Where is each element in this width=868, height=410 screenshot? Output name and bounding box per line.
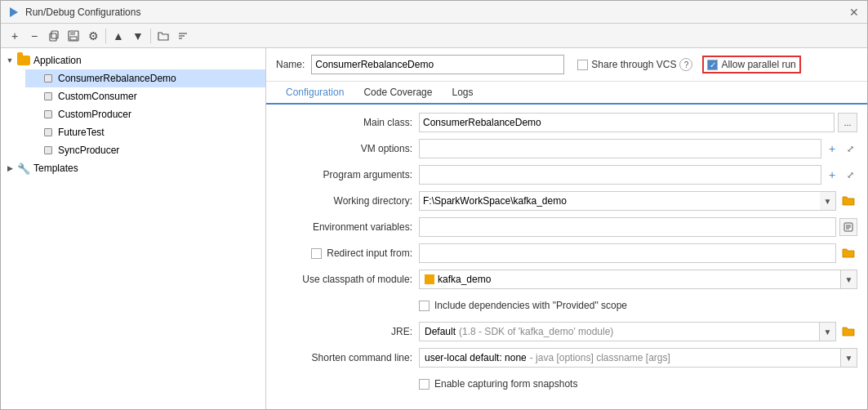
redirect-label-text: Redirect input from: bbox=[327, 247, 412, 259]
svg-rect-1 bbox=[50, 33, 56, 41]
classpath-label: Use classpath of module: bbox=[276, 274, 419, 285]
redirect-row: Redirect input from: bbox=[276, 242, 857, 265]
svg-marker-0 bbox=[10, 7, 18, 17]
classpath-control: kafka_demo ▼ bbox=[419, 270, 857, 289]
shorten-control: user-local default: none - java [options… bbox=[419, 348, 857, 368]
working-dir-label: Working directory: bbox=[276, 195, 419, 207]
shorten-value: user-local default: none bbox=[425, 352, 527, 363]
application-label: Application bbox=[33, 55, 82, 66]
env-vars-control bbox=[419, 217, 857, 237]
app-icon bbox=[7, 6, 20, 19]
future-test-label: FutureTest bbox=[58, 127, 105, 138]
env-vars-row: Environment variables: bbox=[276, 216, 857, 238]
classpath-row: Use classpath of module: kafka_demo ▼ bbox=[276, 268, 857, 291]
save-button[interactable] bbox=[65, 27, 82, 45]
env-vars-input[interactable] bbox=[419, 217, 836, 237]
working-dir-row: Working directory: ▼ bbox=[276, 189, 857, 212]
consumer-rebalance-label: ConsumerRebalanceDemo bbox=[58, 73, 176, 84]
classpath-dropdown-icon[interactable]: ▼ bbox=[841, 270, 857, 289]
move-up-button[interactable]: ▲ bbox=[109, 27, 127, 45]
tree-item-sync-producer[interactable]: SyncProducer bbox=[25, 141, 265, 159]
svg-rect-2 bbox=[51, 31, 58, 38]
env-vars-label: Environment variables: bbox=[276, 221, 419, 233]
module-icon bbox=[425, 274, 434, 284]
capture-row: Enable capturing form snapshots bbox=[276, 372, 857, 395]
program-args-expand-icon[interactable]: ⤢ bbox=[843, 167, 857, 182]
config-form: Main class: ... VM options: + ⤢ Program … bbox=[266, 105, 867, 410]
settings-button[interactable]: ⚙ bbox=[84, 27, 102, 45]
redirect-control bbox=[419, 243, 857, 263]
working-dir-dropdown-icon[interactable]: ▼ bbox=[820, 191, 836, 211]
sort-button[interactable] bbox=[174, 27, 192, 45]
working-dir-folder-button[interactable] bbox=[839, 192, 857, 210]
capture-control: Enable capturing form snapshots bbox=[419, 378, 857, 390]
redirect-folder-button[interactable] bbox=[839, 244, 857, 262]
program-args-input[interactable] bbox=[419, 165, 821, 185]
name-row: Name: Share through VCS ? Allow parallel… bbox=[266, 48, 867, 82]
jre-control: Default (1.8 - SDK of 'kafka_demo' modul… bbox=[419, 322, 857, 341]
capture-checkbox-row: Enable capturing form snapshots bbox=[419, 378, 577, 390]
custom-producer-label: CustomProducer bbox=[58, 109, 131, 120]
expand-arrow-application[interactable] bbox=[4, 55, 16, 66]
env-vars-edit-icon[interactable] bbox=[839, 218, 857, 236]
tab-code-coverage[interactable]: Code Coverage bbox=[354, 82, 442, 105]
redirect-input[interactable] bbox=[419, 243, 836, 263]
right-panel: Name: Share through VCS ? Allow parallel… bbox=[266, 48, 867, 410]
capture-checkbox[interactable] bbox=[419, 379, 430, 390]
jre-row: JRE: Default (1.8 - SDK of 'kafka_demo' … bbox=[276, 320, 857, 343]
vm-options-input[interactable] bbox=[419, 139, 821, 158]
include-deps-control: Include dependencies with "Provided" sco… bbox=[419, 300, 857, 311]
templates-label: Templates bbox=[33, 163, 78, 174]
redirect-checkbox[interactable] bbox=[311, 248, 322, 259]
sync-producer-label: SyncProducer bbox=[58, 145, 119, 156]
copy-button[interactable] bbox=[45, 27, 63, 45]
tree-item-application[interactable]: Application bbox=[1, 51, 265, 69]
tree-item-custom-consumer[interactable]: CustomConsumer bbox=[25, 87, 265, 105]
tree-item-custom-producer[interactable]: CustomProducer bbox=[25, 105, 265, 123]
shorten-dropdown-icon[interactable]: ▼ bbox=[841, 348, 857, 368]
parallel-checkbox[interactable] bbox=[707, 60, 718, 70]
vcs-area: Share through VCS ? bbox=[577, 58, 692, 71]
tree-item-consumer-rebalance[interactable]: ConsumerRebalanceDemo bbox=[25, 69, 265, 87]
include-deps-checkbox-row: Include dependencies with "Provided" sco… bbox=[419, 300, 627, 311]
vcs-help-icon[interactable]: ? bbox=[679, 58, 692, 71]
jre-folder-button[interactable] bbox=[839, 323, 857, 341]
parallel-area: Allow parallel run bbox=[702, 56, 800, 74]
working-dir-control: ▼ bbox=[419, 191, 857, 211]
close-icon[interactable]: ✕ bbox=[848, 6, 861, 19]
tab-logs[interactable]: Logs bbox=[442, 82, 483, 105]
tabs-row: Configuration Code Coverage Logs bbox=[266, 82, 867, 105]
tab-configuration[interactable]: Configuration bbox=[276, 82, 354, 105]
move-down-button[interactable]: ▼ bbox=[129, 27, 147, 45]
title-bar-text: Run/Debug Configurations bbox=[25, 7, 848, 18]
vm-options-expand-icon[interactable]: ⤢ bbox=[843, 141, 857, 156]
jre-dropdown-icon[interactable]: ▼ bbox=[820, 322, 836, 341]
program-args-add-button[interactable]: + bbox=[825, 167, 839, 182]
include-deps-checkbox[interactable] bbox=[419, 301, 430, 311]
vcs-checkbox[interactable] bbox=[577, 60, 588, 70]
jre-detail: (1.8 - SDK of 'kafka_demo' module) bbox=[459, 326, 613, 337]
title-bar: Run/Debug Configurations ✕ bbox=[1, 1, 867, 24]
main-class-row: Main class: ... bbox=[276, 111, 857, 134]
name-label: Name: bbox=[276, 59, 305, 70]
tree-item-templates[interactable]: 🔧 Templates bbox=[1, 159, 265, 177]
name-input[interactable] bbox=[311, 55, 564, 74]
vm-options-add-button[interactable]: + bbox=[825, 141, 839, 156]
config-icon-1 bbox=[42, 72, 55, 85]
expand-arrow-templates[interactable] bbox=[4, 163, 16, 174]
toolbar: + − ⚙ ▲ ▼ bbox=[1, 24, 867, 48]
folder-button[interactable] bbox=[154, 27, 172, 45]
add-button[interactable]: + bbox=[6, 27, 24, 45]
program-args-row: Program arguments: + ⤢ bbox=[276, 163, 857, 186]
parallel-label: Allow parallel run bbox=[721, 59, 795, 70]
main-class-browse-button[interactable]: ... bbox=[838, 113, 857, 132]
vm-options-label: VM options: bbox=[276, 143, 419, 154]
main-class-input[interactable] bbox=[419, 113, 835, 132]
working-dir-input[interactable] bbox=[419, 191, 820, 211]
program-args-label: Program arguments: bbox=[276, 169, 419, 180]
classpath-value: kafka_demo bbox=[438, 274, 491, 285]
remove-button[interactable]: − bbox=[25, 27, 43, 45]
tree-item-future-test[interactable]: FutureTest bbox=[25, 123, 265, 141]
jre-label: JRE: bbox=[276, 326, 419, 337]
main-layout: Application ConsumerRebalanceDemo Custom bbox=[1, 48, 867, 410]
